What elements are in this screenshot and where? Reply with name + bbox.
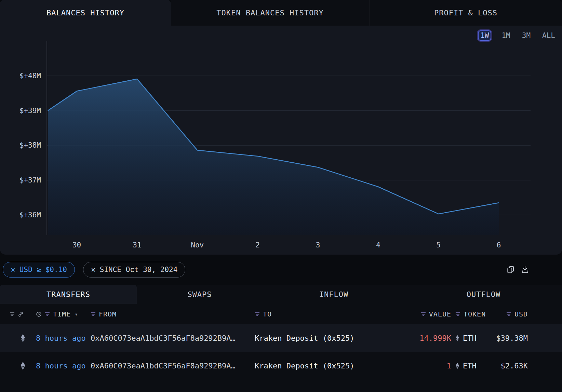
- link-icon[interactable]: [18, 311, 24, 317]
- filter-chip-label: USD ≥ $0.10: [19, 266, 67, 274]
- transfer-from-address[interactable]: 0xA60C073eaA1bdC3F56aF8a9292B9A…: [91, 334, 255, 342]
- transfer-usd: $2.63K: [489, 362, 528, 370]
- transfer-time-link[interactable]: 8 hours ago: [36, 334, 91, 342]
- filter-icon[interactable]: [455, 312, 460, 317]
- svg-text:$+40M: $+40M: [19, 72, 41, 80]
- column-label-usd: USD: [514, 310, 528, 318]
- tab-label: TOKEN BALANCES HISTORY: [216, 9, 323, 17]
- transfer-value: 1: [415, 362, 451, 370]
- column-label-token: TOKEN: [464, 310, 486, 318]
- svg-text:31: 31: [133, 241, 141, 249]
- transfer-value: 14.999K: [415, 334, 451, 342]
- column-header-asset: [10, 311, 36, 317]
- table-actions: [506, 265, 530, 274]
- filter-icon[interactable]: [255, 312, 260, 317]
- column-header-from[interactable]: FROM: [91, 310, 255, 318]
- balances-history-panel: 1W 1M 3M ALL $+40M$+39M$+38M$+37M$+36M30…: [0, 26, 562, 255]
- range-1w-button[interactable]: 1W: [478, 30, 491, 41]
- range-3m-button[interactable]: 3M: [521, 31, 532, 40]
- table-filler: [0, 380, 562, 392]
- table-row[interactable]: 8 hours ago 0xA60C073eaA1bdC3F56aF8a9292…: [0, 352, 562, 380]
- close-icon[interactable]: ×: [91, 266, 96, 274]
- copy-icon[interactable]: [506, 265, 515, 274]
- transfer-usd: $39.38M: [489, 334, 528, 342]
- range-1m-button[interactable]: 1M: [500, 31, 511, 40]
- close-icon[interactable]: ×: [11, 266, 15, 274]
- svg-text:3: 3: [316, 241, 320, 249]
- svg-text:5: 5: [436, 241, 441, 249]
- svg-text:$+38M: $+38M: [19, 141, 41, 149]
- tab-label: OUTFLOW: [467, 290, 501, 299]
- column-header-to[interactable]: TO: [255, 310, 415, 318]
- tab-token-balances-history[interactable]: TOKEN BALANCES HISTORY: [171, 0, 369, 26]
- tab-transfers[interactable]: TRANSFERS: [0, 285, 137, 304]
- column-header-value[interactable]: VALUE: [415, 310, 451, 318]
- tab-balances-history[interactable]: BALANCES HISTORY: [0, 0, 171, 26]
- column-header-usd[interactable]: USD: [489, 310, 528, 318]
- svg-text:$+36M: $+36M: [19, 211, 41, 219]
- tab-outflow[interactable]: OUTFLOW: [405, 285, 562, 304]
- eth-icon: [455, 335, 459, 341]
- transfer-to-entity[interactable]: Kraken Deposit (0x525): [255, 362, 415, 370]
- svg-text:Nov: Nov: [191, 241, 204, 249]
- transfer-to-entity[interactable]: Kraken Deposit (0x525): [255, 334, 415, 342]
- svg-text:$+37M: $+37M: [19, 176, 41, 184]
- token-symbol: ETH: [463, 334, 477, 342]
- time-range-selector: 1W 1M 3M ALL: [478, 30, 557, 41]
- download-icon[interactable]: [521, 265, 530, 274]
- chart-tabbar: BALANCES HISTORY TOKEN BALANCES HISTORY …: [0, 0, 562, 26]
- filter-icon[interactable]: [506, 312, 511, 317]
- column-label-time: TIME: [53, 310, 71, 318]
- filter-bar: × USD ≥ $0.10 × SINCE Oct 30, 2024: [0, 255, 562, 285]
- transfer-time-link[interactable]: 8 hours ago: [36, 362, 91, 370]
- tab-label: SWAPS: [187, 290, 212, 299]
- svg-text:$+39M: $+39M: [19, 107, 41, 115]
- column-header-token[interactable]: TOKEN: [451, 310, 489, 318]
- eth-icon: [10, 334, 36, 342]
- transfer-token[interactable]: ETH: [451, 334, 489, 342]
- table-header: TIME ▾ FROM TO VALUE TOKEN: [0, 304, 562, 324]
- tab-label: BALANCES HISTORY: [46, 9, 124, 17]
- clock-icon: [36, 311, 42, 317]
- transfer-from-address[interactable]: 0xA60C073eaA1bdC3F56aF8a9292B9A…: [91, 362, 255, 370]
- column-label-to: TO: [263, 310, 272, 318]
- filter-icon[interactable]: [91, 312, 96, 317]
- eth-icon: [455, 363, 459, 369]
- tab-label: INFLOW: [319, 290, 348, 299]
- filter-icon[interactable]: [45, 312, 50, 317]
- range-all-button[interactable]: ALL: [541, 31, 557, 40]
- filter-icon[interactable]: [10, 312, 15, 317]
- svg-text:4: 4: [376, 241, 380, 249]
- tab-swaps[interactable]: SWAPS: [137, 285, 263, 304]
- transfers-section: TRANSFERS SWAPS INFLOW OUTFLOW: [0, 285, 562, 392]
- table-row[interactable]: 8 hours ago 0xA60C073eaA1bdC3F56aF8a9292…: [0, 324, 562, 352]
- svg-text:2: 2: [255, 241, 260, 249]
- tab-label: PROFIT & LOSS: [434, 9, 497, 17]
- token-symbol: ETH: [463, 362, 477, 370]
- balances-area-chart[interactable]: $+40M$+39M$+38M$+37M$+36M3031Nov23456: [0, 41, 562, 253]
- caret-down-icon[interactable]: ▾: [75, 311, 78, 317]
- filter-chip-usd-threshold[interactable]: × USD ≥ $0.10: [3, 262, 75, 278]
- filter-chip-since-date[interactable]: × SINCE Oct 30, 2024: [83, 262, 185, 278]
- eth-icon: [10, 362, 36, 370]
- filter-chip-label: SINCE Oct 30, 2024: [100, 266, 178, 274]
- filter-icon[interactable]: [421, 312, 426, 317]
- tab-label: TRANSFERS: [46, 290, 90, 299]
- tab-profit-and-loss[interactable]: PROFIT & LOSS: [369, 0, 562, 26]
- column-label-from: FROM: [99, 310, 117, 318]
- column-header-time[interactable]: TIME ▾: [36, 310, 91, 318]
- column-label-value: VALUE: [429, 310, 451, 318]
- svg-text:30: 30: [72, 241, 81, 249]
- table-tabbar: TRANSFERS SWAPS INFLOW OUTFLOW: [0, 285, 562, 304]
- svg-text:6: 6: [497, 241, 501, 249]
- tab-inflow[interactable]: INFLOW: [263, 285, 405, 304]
- transfer-token[interactable]: ETH: [451, 362, 489, 370]
